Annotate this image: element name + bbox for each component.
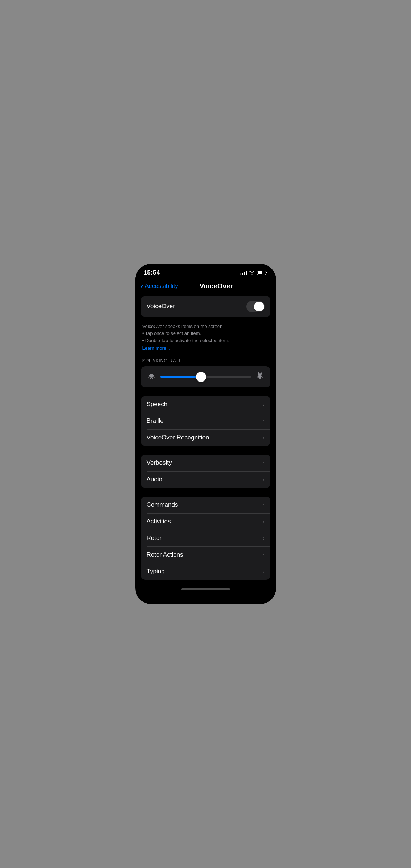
menu-group-2: Verbosity › Audio › — [141, 455, 270, 488]
speaking-rate-track[interactable] — [160, 376, 251, 378]
slider-fill — [160, 376, 201, 378]
menu-item-rotor[interactable]: Rotor › — [141, 530, 270, 546]
battery-icon — [257, 271, 267, 275]
svg-line-15 — [262, 377, 263, 377]
description-text: VoiceOver speaks items on the screen: • … — [141, 323, 270, 344]
phone-frame: 15:54 — [135, 264, 276, 604]
speaking-rate-label: SPEAKING RATE — [141, 352, 270, 366]
menu-item-activities-label: Activities — [147, 518, 171, 525]
menu-group-3: Commands › Activities › Rotor › Rotor Ac… — [141, 497, 270, 580]
voiceover-toggle-label: VoiceOver — [147, 303, 175, 310]
chevron-right-icon: › — [263, 535, 265, 541]
voiceover-toggle-card: VoiceOver — [141, 296, 270, 317]
chevron-right-icon: › — [263, 401, 265, 407]
svg-line-5 — [154, 376, 154, 378]
menu-item-typing[interactable]: Typing › — [141, 563, 270, 580]
signal-icon — [240, 271, 247, 275]
chevron-right-icon: › — [263, 418, 265, 424]
menu-item-braille[interactable]: Braille › — [141, 413, 270, 429]
back-button[interactable]: ‹ Accessibility — [141, 282, 178, 290]
menu-item-commands[interactable]: Commands › — [141, 497, 270, 513]
nav-header: ‹ Accessibility VoiceOver — [135, 279, 276, 296]
voiceover-toggle-row: VoiceOver — [141, 296, 270, 317]
description-intro: VoiceOver speaks items on the screen: — [142, 324, 224, 329]
voiceover-toggle-switch[interactable] — [246, 301, 265, 312]
menu-item-rotor-actions[interactable]: Rotor Actions › — [141, 546, 270, 563]
menu-item-typing-label: Typing — [147, 568, 165, 575]
menu-group-1: Speech › Braille › VoiceOver Recognition… — [141, 396, 270, 446]
status-icons — [240, 270, 267, 276]
menu-item-verbosity[interactable]: Verbosity › — [141, 455, 270, 471]
chevron-right-icon: › — [263, 519, 265, 524]
description-bullet2: • Double-tap to activate the selected it… — [142, 338, 229, 343]
back-chevron-icon: ‹ — [141, 282, 144, 290]
home-indicator — [181, 588, 230, 590]
svg-point-8 — [258, 375, 262, 378]
wifi-icon — [249, 270, 255, 276]
chevron-right-icon: › — [263, 502, 265, 508]
rabbit-icon — [255, 372, 265, 382]
speaking-rate-slider-card — [141, 366, 270, 387]
svg-point-6 — [149, 375, 150, 376]
svg-line-14 — [257, 377, 258, 377]
menu-item-activities[interactable]: Activities › — [141, 513, 270, 530]
chevron-right-icon: › — [263, 435, 265, 441]
menu-item-audio[interactable]: Audio › — [141, 471, 270, 488]
svg-line-4 — [149, 376, 149, 378]
turtle-icon — [147, 372, 156, 382]
back-label: Accessibility — [145, 282, 178, 290]
menu-item-verbosity-label: Verbosity — [147, 459, 172, 467]
menu-item-braille-label: Braille — [147, 417, 164, 425]
svg-point-11 — [258, 376, 259, 377]
menu-item-commands-label: Commands — [147, 501, 178, 509]
description-bullet1: • Tap once to select an item. — [142, 331, 201, 336]
menu-item-rotor-actions-label: Rotor Actions — [147, 551, 183, 558]
menu-item-speech[interactable]: Speech › — [141, 396, 270, 413]
svg-line-3 — [151, 378, 153, 379]
status-bar: 15:54 — [135, 264, 276, 279]
menu-item-audio-label: Audio — [147, 476, 162, 483]
menu-item-voiceover-recognition-label: VoiceOver Recognition — [147, 434, 209, 441]
voiceover-description: VoiceOver speaks items on the screen: • … — [141, 320, 270, 353]
svg-point-7 — [153, 375, 154, 376]
page-title: VoiceOver — [184, 282, 249, 290]
status-time: 15:54 — [144, 269, 160, 276]
chevron-right-icon: › — [263, 477, 265, 482]
chevron-right-icon: › — [263, 552, 265, 558]
chevron-right-icon: › — [263, 460, 265, 466]
learn-more-link[interactable]: Learn more... — [141, 344, 270, 351]
menu-item-speech-label: Speech — [147, 401, 168, 408]
chevron-right-icon: › — [263, 569, 265, 574]
menu-item-rotor-label: Rotor — [147, 535, 162, 542]
menu-item-voiceover-recognition[interactable]: VoiceOver Recognition › — [141, 429, 270, 446]
toggle-thumb — [254, 302, 264, 311]
content: VoiceOver VoiceOver speaks items on the … — [135, 296, 276, 580]
slider-thumb[interactable] — [196, 372, 206, 382]
svg-line-13 — [260, 378, 261, 379]
